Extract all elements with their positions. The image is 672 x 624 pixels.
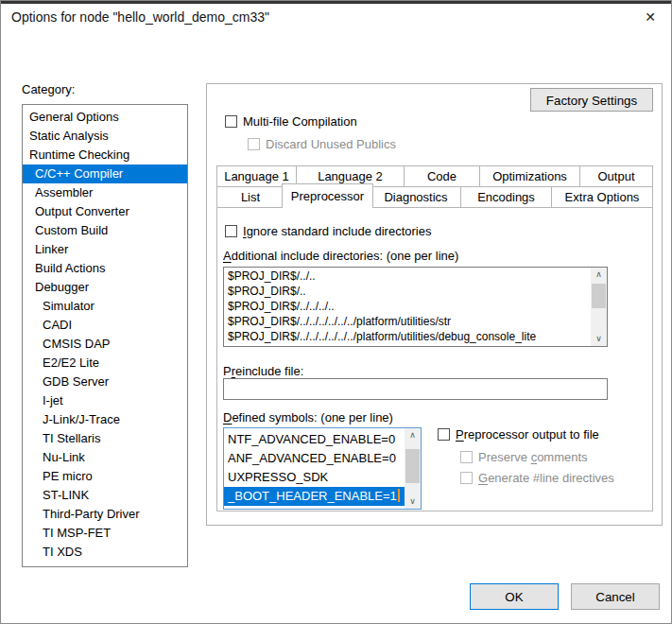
tab-preprocessor[interactable]: Preprocessor <box>282 183 373 208</box>
category-item-cadi[interactable]: CADI <box>23 316 187 335</box>
title-bar[interactable]: Options for node "hello_world_demo_cm33"… <box>1 4 671 31</box>
preinclude-file-label: Preinclude file: <box>223 364 303 378</box>
factory-settings-button[interactable]: Factory Settings <box>530 88 653 112</box>
include-directories-scrollbar[interactable]: ∧ ∨ <box>591 268 607 346</box>
tab-extra-options[interactable]: Extra Options <box>551 186 653 207</box>
category-item-third-party-driver[interactable]: Third-Party Driver <box>23 505 187 524</box>
include-dir-row[interactable]: $PROJ_DIR$/../../../../../../platform/ut… <box>224 314 591 329</box>
scroll-up-icon[interactable]: ∧ <box>591 268 607 282</box>
scroll-up-icon[interactable]: ∧ <box>405 428 421 442</box>
defined-symbol-row-selected[interactable]: _BOOT_HEADER_ENABLE=1 <box>224 487 405 506</box>
preserve-comments-checkbox <box>460 451 473 463</box>
preprocessor-output-checkbox[interactable] <box>438 428 450 441</box>
category-item-static-analysis[interactable]: Static Analysis <box>23 127 187 146</box>
defined-symbol-row[interactable]: UXPRESSO_SDK <box>224 468 405 487</box>
category-item-ti-xds[interactable]: TI XDS <box>23 543 187 562</box>
scrollbar-thumb[interactable] <box>592 284 606 308</box>
tab-encodings[interactable]: Encodings <box>460 186 552 207</box>
category-item-st-link[interactable]: ST-LINK <box>23 486 187 505</box>
category-list: General Options Static Analysis Runtime … <box>22 104 188 567</box>
include-directories-lines: $PROJ_DIR$/../.. $PROJ_DIR$/.. $PROJ_DIR… <box>224 268 591 344</box>
tab-code[interactable]: Code <box>404 165 480 186</box>
defined-symbol-row[interactable]: NTF_ADVANCED_ENABLE=0 <box>224 430 405 449</box>
category-label: Category: <box>22 82 75 96</box>
category-item-nu-link[interactable]: Nu-Link <box>23 448 187 467</box>
scrollbar-thumb[interactable] <box>405 449 420 483</box>
defined-symbols-scrollbar[interactable]: ∧ ∨ <box>405 428 421 509</box>
tab-output[interactable]: Output <box>579 165 653 186</box>
category-item-ti-msp-fet[interactable]: TI MSP-FET <box>23 524 187 543</box>
defined-symbol-row[interactable]: ANF_ADVANCED_ENABLE=0 <box>224 449 405 468</box>
include-dir-row[interactable]: $PROJ_DIR$/../.. <box>224 269 591 284</box>
category-item-pe-micro[interactable]: PE micro <box>23 467 187 486</box>
category-item-output-converter[interactable]: Output Converter <box>23 202 187 221</box>
include-dir-row[interactable]: $PROJ_DIR$/../../../.. <box>224 299 591 314</box>
tab-list[interactable]: List <box>216 186 284 207</box>
ok-button[interactable]: OK <box>470 583 559 610</box>
include-directories-list[interactable]: $PROJ_DIR$/../.. $PROJ_DIR$/.. $PROJ_DIR… <box>223 267 608 347</box>
defined-symbols-list[interactable]: NTF_ADVANCED_ENABLE=0 ANF_ADVANCED_ENABL… <box>223 427 422 510</box>
category-item-ti-stellaris[interactable]: TI Stellaris <box>23 429 187 448</box>
category-item-assembler[interactable]: Assembler <box>23 183 187 202</box>
category-item-cmsis-dap[interactable]: CMSIS DAP <box>23 335 187 354</box>
dialog-title: Options for node "hello_world_demo_cm33" <box>11 4 269 31</box>
defined-symbols-label: Defined symbols: (one per line) <box>223 410 393 425</box>
category-item-runtime-checking[interactable]: Runtime Checking <box>23 146 187 165</box>
preprocessor-output-label: Preprocessor output to file <box>456 427 599 442</box>
preinclude-file-input[interactable] <box>223 378 608 400</box>
generate-line-directives-checkbox <box>460 472 473 484</box>
category-item-i-jet[interactable]: I-jet <box>23 391 187 410</box>
category-item-build-actions[interactable]: Build Actions <box>23 259 187 278</box>
multi-file-compilation-label: Multi-file Compilation <box>243 114 357 129</box>
scroll-down-icon[interactable]: ∨ <box>591 332 607 346</box>
scroll-down-icon[interactable]: ∨ <box>405 494 421 509</box>
tab-optimizations[interactable]: Optimizations <box>479 165 580 186</box>
category-item-gdb-server[interactable]: GDB Server <box>23 373 187 391</box>
category-item-debugger[interactable]: Debugger <box>23 278 187 297</box>
generate-line-directives-label: Generate #line directives <box>478 471 614 485</box>
options-dialog: Options for node "hello_world_demo_cm33"… <box>0 0 672 624</box>
ignore-standard-include-label: Ignore standard include directories <box>243 224 431 238</box>
discard-unused-publics-checkbox <box>248 138 260 150</box>
tab-diagnostics[interactable]: Diagnostics <box>370 186 461 207</box>
category-item-simulator[interactable]: Simulator <box>23 297 187 316</box>
ignore-standard-include-checkbox[interactable] <box>225 225 237 237</box>
discard-unused-publics-label: Discard Unused Publics <box>266 137 396 151</box>
close-icon[interactable]: ✕ <box>633 4 667 31</box>
category-item-e2-lite[interactable]: E2/E2 Lite <box>23 354 187 373</box>
include-dir-row[interactable]: $PROJ_DIR$/.. <box>224 284 591 299</box>
category-item-c-cpp-compiler[interactable]: C/C++ Compiler <box>23 165 187 183</box>
category-item-jlink-jtrace[interactable]: J-Link/J-Trace <box>23 410 187 429</box>
preserve-comments-label: Preserve comments <box>478 450 588 464</box>
category-item-custom-build[interactable]: Custom Build <box>23 221 187 240</box>
category-item-general-options[interactable]: General Options <box>23 108 187 127</box>
include-dir-row[interactable]: $PROJ_DIR$/../../../../../../platform/ut… <box>224 329 591 344</box>
multi-file-compilation-checkbox[interactable] <box>225 115 237 128</box>
cancel-button[interactable]: Cancel <box>571 583 660 610</box>
defined-symbols-lines: NTF_ADVANCED_ENABLE=0 ANF_ADVANCED_ENABL… <box>224 428 405 506</box>
additional-include-directories-label: Additional include directories: (one per… <box>223 249 458 263</box>
category-item-linker[interactable]: Linker <box>23 240 187 259</box>
